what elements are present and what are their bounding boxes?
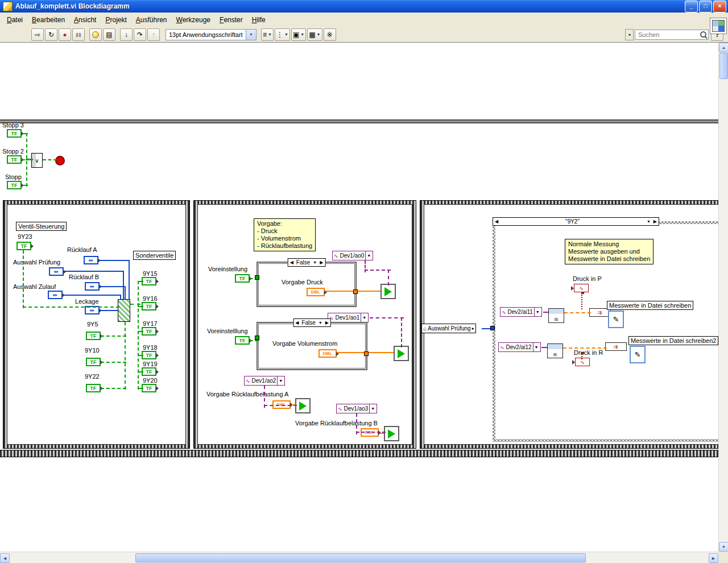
wire[interactable] (138, 306, 143, 307)
case-next-icon[interactable]: ▶ (320, 260, 323, 265)
wire[interactable] (581, 292, 582, 309)
auswahl-zulauf-terminal[interactable]: ◂▸ (48, 291, 63, 299)
wire[interactable] (120, 295, 121, 299)
9y10-terminal[interactable]: TF (86, 358, 101, 366)
voreinstellung1-label[interactable]: Voreinstellung (208, 266, 247, 272)
daq-read-node-2[interactable]: ≋ (547, 343, 563, 358)
wire[interactable] (123, 271, 124, 299)
wire[interactable] (101, 336, 126, 337)
wire[interactable] (23, 307, 119, 308)
case-prev-icon[interactable]: ◀ (495, 219, 498, 224)
wire[interactable] (43, 159, 57, 160)
auswahl-pruefung-local-variable[interactable]: ⌂ Auswahl Prüfung ▸ (421, 324, 476, 333)
menu-ausfuehren[interactable]: Ausführen (131, 14, 172, 26)
font-selector[interactable]: 13pt Anwendungsschriftart ▼ (166, 29, 257, 40)
sequence-frame-setpoints[interactable]: Vorgabe: - Druck - Volumenstrom - Rückla… (193, 200, 416, 449)
stopp3-terminal[interactable]: TF (7, 129, 22, 138)
menu-bearbeiten[interactable]: Bearbeiten (27, 14, 69, 26)
distribute-objects-dropdown[interactable]: ⋮▼ (275, 28, 290, 41)
vertical-scroll-thumb[interactable] (719, 53, 728, 79)
daq-write-node-2[interactable] (394, 346, 409, 361)
dev1-ao1-constant[interactable]: ∿ Dev1/ao1 ▼ (328, 313, 369, 322)
chevron-down-icon[interactable]: ▼ (647, 220, 651, 223)
wire[interactable] (138, 355, 143, 356)
menu-ansicht[interactable]: Ansicht (69, 14, 101, 26)
ventil-steuerung-label[interactable]: Ventil-Steuerung (16, 222, 67, 231)
cleanup-diagram-button[interactable]: ※ (324, 28, 336, 41)
vi-icon[interactable] (710, 18, 727, 34)
wire[interactable] (541, 347, 547, 348)
wire[interactable] (98, 260, 130, 261)
wire[interactable] (63, 295, 121, 296)
menu-hilfe[interactable]: Hilfe (247, 14, 270, 26)
chevron-down-icon[interactable]: ▼ (318, 321, 322, 325)
wire[interactable] (130, 304, 140, 305)
sonderventile-label[interactable]: Sonderventile (133, 251, 176, 260)
dev1-ao3-constant[interactable]: ∿ Dev1/ao3 ▼ (336, 404, 377, 413)
wire[interactable] (129, 260, 130, 299)
stopp3-label[interactable]: Stopp 3 (2, 122, 24, 129)
case-next-icon[interactable]: ▶ (325, 320, 329, 325)
stopp2-label[interactable]: Stopp 2 (2, 148, 24, 155)
ruecklauf-a-terminal[interactable]: ◂▸ (84, 256, 98, 264)
restore-button[interactable]: □ (699, 1, 712, 13)
scroll-left-button[interactable]: ◀ (0, 553, 10, 563)
selector-tunnel[interactable] (255, 275, 259, 280)
chevron-down-icon[interactable]: ▼ (534, 308, 541, 316)
wire[interactable] (100, 286, 126, 287)
daq-write-node-4[interactable] (384, 426, 399, 441)
wire[interactable] (23, 250, 24, 308)
vorgabe-volumenstrom-terminal[interactable]: DBL (318, 349, 337, 358)
wire[interactable] (100, 310, 118, 311)
menu-werkzeuge[interactable]: Werkzeuge (172, 14, 215, 26)
auswahl-zulauf-label[interactable]: Auswahl Zulauf (13, 283, 56, 290)
selector-tunnel[interactable] (490, 326, 495, 330)
select-node[interactable] (118, 299, 130, 322)
abort-button[interactable]: ● (59, 28, 71, 41)
step-into-button[interactable]: ↓ (120, 28, 133, 41)
9y5-terminal[interactable]: TF (86, 332, 101, 340)
output-tunnel[interactable] (364, 351, 369, 356)
wire[interactable] (250, 340, 258, 341)
chevron-down-icon[interactable]: ▼ (369, 404, 376, 413)
wire[interactable] (563, 347, 607, 349)
merge-signals-node-2[interactable]: ⇉ (605, 342, 627, 351)
resize-objects-dropdown[interactable]: ▣▼ (291, 28, 306, 41)
stopp-terminal[interactable]: TF (7, 181, 22, 189)
wire[interactable] (138, 388, 143, 389)
sequence-frame-valves[interactable]: Ventil-Steuerung 9Y23 TF Rücklauf A ◂▸ A… (3, 200, 190, 449)
scroll-right-button[interactable]: ▶ (709, 553, 718, 563)
case-structure-druck[interactable]: ◀ False ▼ ▶ Vorgabe Druck DBL (257, 262, 357, 307)
output-tunnel[interactable] (353, 289, 358, 294)
dev2-ai12-constant[interactable]: ∿ Dev2/ai12 ▼ (498, 342, 541, 352)
run-continuous-button[interactable]: ↻ (45, 28, 57, 41)
wire[interactable] (138, 331, 143, 332)
9y22-label[interactable]: 9Y22 (85, 373, 100, 380)
9y19-terminal[interactable]: TF (142, 367, 156, 376)
9y17-terminal[interactable]: TF (142, 327, 156, 336)
wire[interactable] (325, 291, 380, 292)
wire[interactable] (101, 388, 126, 389)
vertical-scrollbar[interactable]: ▲ ▼ (718, 43, 728, 552)
case-selector[interactable]: ◀ False ▼ ▶ (288, 258, 326, 267)
9y5-label[interactable]: 9Y5 (87, 321, 98, 328)
vorgabe-druck-label[interactable]: Vorgabe Druck (282, 279, 323, 285)
chevron-down-icon[interactable]: ▼ (313, 260, 317, 264)
9y22-terminal[interactable]: TF (86, 384, 101, 392)
step-over-button[interactable]: ↷ (134, 28, 146, 41)
chevron-down-icon[interactable]: ▼ (246, 30, 256, 40)
voreinstellung1-terminal[interactable]: TF (235, 274, 250, 283)
ruecklauf-b-label[interactable]: Rücklauf B (69, 274, 99, 280)
search-icon[interactable] (700, 31, 706, 38)
minimize-button[interactable]: _ (685, 1, 698, 13)
9y23-terminal[interactable]: TF (16, 242, 31, 250)
vorgabe-druck-terminal[interactable]: DBL (307, 288, 325, 296)
search-collapse-button[interactable]: ◂ (625, 29, 634, 40)
wire[interactable] (581, 352, 582, 359)
reorder-dropdown[interactable]: ▦▼ (307, 28, 322, 41)
menu-datei[interactable]: Datei (2, 14, 27, 26)
pause-button[interactable]: ▮▮ (72, 28, 85, 41)
daq-read-node-1[interactable]: ≋ (548, 308, 564, 323)
9y16-terminal[interactable]: TF (142, 302, 156, 311)
wire[interactable] (125, 322, 126, 390)
